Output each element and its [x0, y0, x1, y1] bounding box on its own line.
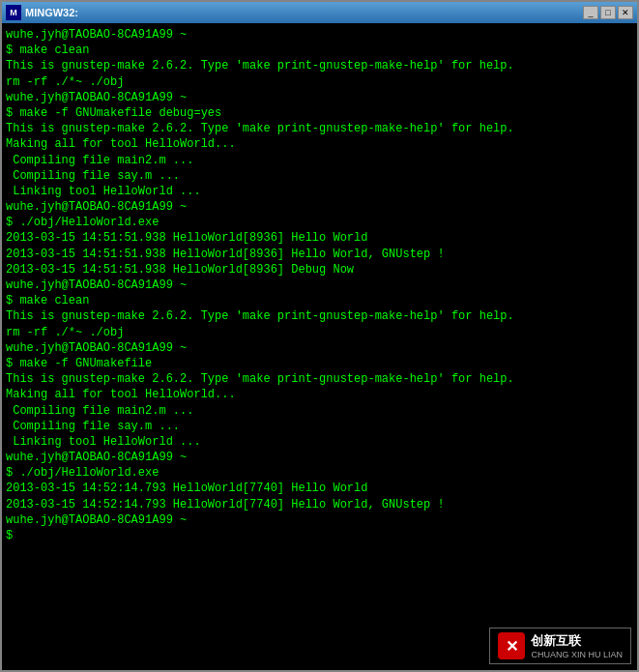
terminal-line: Making all for tool HelloWorld...: [6, 387, 633, 402]
terminal-line: wuhe.jyh@TAOBAO-8CA91A99 ~: [6, 27, 633, 43]
terminal-line: Compiling file main2.m ...: [6, 403, 633, 419]
terminal-line: 2013-03-15 14:52:14.793 HelloWorld[7740]…: [6, 497, 633, 512]
terminal-line: wuhe.jyh@TAOBAO-8CA91A99 ~: [6, 90, 633, 105]
terminal-line: This is gnustep-make 2.6.2. Type 'make p…: [6, 371, 633, 387]
terminal-line: $ ./obj/HelloWorld.exe: [6, 465, 633, 481]
terminal-line: Making all for tool HelloWorld...: [6, 136, 633, 152]
terminal-line: $ make -f GNUmakefile debug=yes: [6, 105, 633, 121]
terminal-line: rm -rf ./*~ ./obj: [6, 74, 633, 90]
close-button[interactable]: ✕: [618, 6, 633, 19]
terminal-line: wuhe.jyh@TAOBAO-8CA91A99 ~: [6, 450, 633, 465]
watermark-text: 创新互联 CHUANG XIN HU LIAN: [531, 632, 623, 659]
terminal-line: 2013-03-15 14:51:51.938 HelloWorld[8936]…: [6, 247, 633, 262]
terminal-line: This is gnustep-make 2.6.2. Type 'make p…: [6, 58, 633, 73]
title-bar: M MINGW32: _ □ ✕: [2, 2, 637, 23]
maximize-button[interactable]: □: [600, 6, 616, 19]
terminal-line: $ make -f GNUmakefile: [6, 356, 633, 371]
terminal-line: Compiling file say.m ...: [6, 419, 633, 434]
terminal-line: wuhe.jyh@TAOBAO-8CA91A99 ~: [6, 512, 633, 528]
watermark-icon: ✕: [498, 632, 525, 659]
terminal-line: 2013-03-15 14:51:51.938 HelloWorld[8936]…: [6, 262, 633, 278]
terminal-line: $: [6, 528, 633, 543]
terminal-line: This is gnustep-make 2.6.2. Type 'make p…: [6, 308, 633, 324]
terminal-line: 2013-03-15 14:52:14.793 HelloWorld[7740]…: [6, 481, 633, 496]
terminal-window: M MINGW32: _ □ ✕ wuhe.jyh@TAOBAO-8CA91A9…: [0, 0, 639, 672]
terminal-area: wuhe.jyh@TAOBAO-8CA91A99 ~$ make cleanTh…: [2, 23, 637, 670]
terminal-line: $ make clean: [6, 293, 633, 308]
minimize-button[interactable]: _: [583, 6, 598, 19]
terminal-line: Compiling file say.m ...: [6, 168, 633, 184]
window-icon: M: [6, 5, 21, 20]
terminal-line: 2013-03-15 14:51:51.938 HelloWorld[8936]…: [6, 230, 633, 246]
terminal-line: Compiling file main2.m ...: [6, 153, 633, 168]
terminal-output[interactable]: wuhe.jyh@TAOBAO-8CA91A99 ~$ make cleanTh…: [2, 23, 637, 670]
title-bar-text: MINGW32:: [25, 7, 583, 18]
terminal-line: wuhe.jyh@TAOBAO-8CA91A99 ~: [6, 199, 633, 215]
terminal-line: rm -rf ./*~ ./obj: [6, 325, 633, 340]
terminal-line: wuhe.jyh@TAOBAO-8CA91A99 ~: [6, 278, 633, 293]
terminal-line: Linking tool HelloWorld ...: [6, 434, 633, 450]
terminal-line: $ make clean: [6, 43, 633, 58]
terminal-line: This is gnustep-make 2.6.2. Type 'make p…: [6, 121, 633, 136]
watermark: ✕ 创新互联 CHUANG XIN HU LIAN: [489, 628, 631, 664]
terminal-line: Linking tool HelloWorld ...: [6, 184, 633, 199]
terminal-line: wuhe.jyh@TAOBAO-8CA91A99 ~: [6, 340, 633, 356]
window-controls: _ □ ✕: [583, 6, 633, 19]
terminal-line: $ ./obj/HelloWorld.exe: [6, 215, 633, 230]
